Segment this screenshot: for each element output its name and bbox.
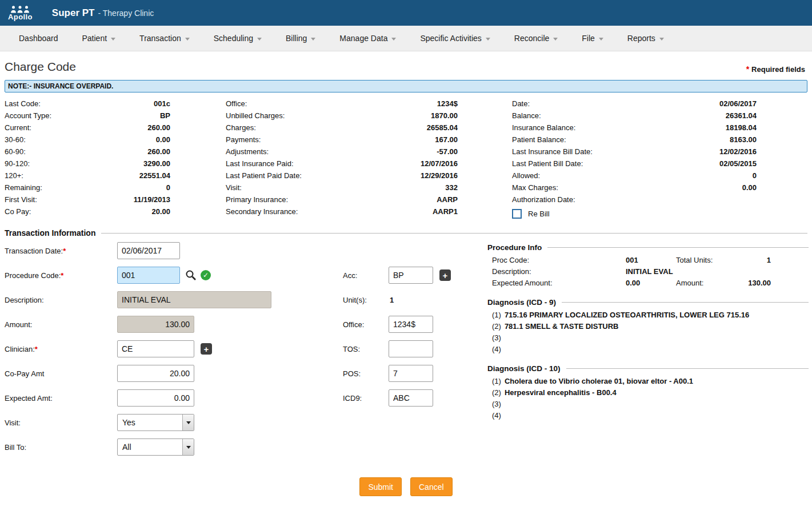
summary-value: 12/02/2016	[719, 146, 757, 158]
apollo-logo[interactable]: Apollo	[8, 6, 33, 21]
chevron-down-icon	[486, 38, 490, 41]
diagnosis-item: (2) Herpesviral encephalitis - B00.4	[492, 387, 809, 399]
clinician-input[interactable]	[117, 340, 194, 357]
cancel-button[interactable]: Cancel	[410, 477, 453, 496]
expected-amount-value: 0.00	[626, 277, 676, 289]
nav-billing[interactable]: Billing	[274, 26, 327, 51]
valid-check-icon: ✓	[201, 270, 211, 280]
summary-row: Remaining: 0	[5, 182, 170, 194]
procedure-info-heading: Procedure Info	[487, 243, 809, 252]
nav-transaction[interactable]: Transaction	[127, 26, 202, 51]
add-acc-button[interactable]: +	[439, 269, 451, 281]
diagnosis-item: (3)	[492, 399, 809, 410]
tos-input[interactable]	[389, 340, 433, 357]
bill-to-select[interactable]: All	[117, 438, 194, 456]
summary-row: Last Insurance Bill Date: 12/02/2016	[512, 146, 757, 158]
diagnosis-item: (1) 715.16 PRIMARY LOCALIZED OSTEOARTHRI…	[492, 309, 809, 321]
summary-label: Office:	[226, 98, 247, 110]
summary-row: Primary Insurance: AARP	[226, 194, 458, 206]
summary-label: Adjustments:	[226, 146, 269, 158]
summary-row: Last Insurance Paid: 12/07/2016	[226, 158, 458, 170]
units-row: Unit(s): 1	[343, 291, 451, 308]
transaction-date-input[interactable]	[117, 242, 180, 259]
app-name: Super PT	[52, 7, 95, 19]
summary-row: Secondary Insurance: AARP1	[226, 206, 458, 218]
form-actions: Submit Cancel	[0, 477, 812, 496]
nav-label: Scheduling	[214, 34, 253, 43]
summary-column-2: Office: 1234$ Unbilled Charges: 1870.00 …	[226, 98, 458, 221]
heading-rule	[547, 247, 809, 248]
add-clinician-button[interactable]: +	[201, 343, 212, 355]
panel-title: Procedure Info	[487, 243, 542, 252]
copay-label: Co-Pay Amt	[5, 369, 117, 378]
summary-value: AARP	[437, 194, 458, 206]
logo-text: Apollo	[8, 13, 33, 21]
rebill-label: Re Bill	[528, 210, 550, 218]
summary-row: Office: 1234$	[226, 98, 458, 110]
summary-value: 20.00	[151, 206, 170, 218]
pos-label: POS:	[343, 369, 389, 378]
required-star: *	[35, 345, 38, 353]
summary-value: 26585.04	[427, 122, 458, 134]
summary-column-1: Last Code: 001c Account Type: BP Current…	[5, 98, 170, 221]
visit-label: Visit:	[5, 419, 117, 427]
icd9-input[interactable]	[389, 389, 433, 407]
nav-patient[interactable]: Patient	[70, 26, 128, 51]
nav-scheduling[interactable]: Scheduling	[202, 26, 274, 51]
chevron-down-icon	[311, 38, 315, 41]
summary-value: 0.00	[742, 182, 757, 194]
procedure-info-grid: Proc Code: 001 Total Units: 1 Descriptio…	[487, 255, 809, 289]
office-input[interactable]	[389, 316, 433, 333]
app-title: Super PT - Therapy Clinic	[52, 7, 154, 19]
rebill-checkbox[interactable]	[512, 209, 522, 219]
summary-value: 18198.04	[726, 122, 757, 134]
nav-reports[interactable]: Reports	[615, 26, 676, 51]
nav-reconcile[interactable]: Reconcile	[502, 26, 570, 51]
summary-row: Max Charges: 0.00	[512, 182, 757, 194]
diagnosis-item: (4)	[492, 410, 809, 421]
amount-row: Amount:	[5, 316, 271, 333]
main-nav: Dashboard Patient Transaction Scheduling…	[0, 26, 812, 51]
search-icon[interactable]	[185, 269, 197, 281]
summary-row: Visit: 332	[226, 182, 458, 194]
diagnosis-number: (1)	[492, 376, 501, 387]
charge-code-page: Apollo Super PT - Therapy Clinic Dashboa…	[0, 0, 812, 511]
summary-label: Visit:	[226, 182, 242, 194]
summary-value: 02/06/2017	[719, 98, 757, 110]
expected-amount-label: Expected Amount:	[492, 277, 626, 289]
copay-input[interactable]	[117, 365, 194, 382]
clinician-row: Clinician:* +	[5, 340, 271, 357]
summary-value: 22551.04	[139, 170, 170, 182]
summary-row: Balance: 26361.04	[512, 110, 757, 122]
procedure-code-label: Procedure Code:*	[5, 271, 117, 280]
summary-value: -57.00	[437, 146, 458, 158]
amount-label: Amount:	[5, 320, 117, 329]
summary-label: Unbilled Charges:	[226, 110, 285, 122]
office-label: Office:	[343, 320, 389, 329]
proc-amount-label: Amount:	[676, 277, 739, 289]
nav-file[interactable]: File	[570, 26, 615, 51]
nav-dashboard[interactable]: Dashboard	[7, 26, 70, 51]
diagnosis-item: (4)	[492, 344, 809, 355]
summary-row: Last Code: 001c	[5, 98, 170, 110]
summary-row: Current: 260.00	[5, 122, 170, 134]
submit-button[interactable]: Submit	[359, 477, 402, 496]
summary-label: 30-60:	[5, 134, 26, 146]
visit-row: Visit: Yes	[5, 414, 271, 431]
nav-manage-data[interactable]: Manage Data	[327, 26, 408, 51]
summary-label: Current:	[5, 122, 31, 134]
nav-label: Specific Activities	[420, 34, 481, 43]
form-left-column: Transaction Date:* Procedure Code:* ✓ De…	[5, 242, 271, 463]
transaction-info-heading: Transaction Information	[5, 228, 807, 238]
visit-select[interactable]: Yes	[117, 414, 194, 431]
diagnosis-number: (3)	[492, 332, 501, 344]
diagnosis-text: 781.1 SMELL & TASTE DISTURB	[505, 321, 619, 332]
diagnosis-number: (3)	[492, 399, 501, 410]
procedure-code-input[interactable]	[117, 267, 180, 284]
nav-specific-activities[interactable]: Specific Activities	[408, 26, 502, 51]
pos-input[interactable]	[389, 365, 433, 382]
expected-amt-input[interactable]	[117, 389, 194, 407]
rebill-row: Re Bill	[512, 207, 757, 221]
total-units-label: Total Units:	[676, 255, 739, 266]
acc-input[interactable]	[389, 267, 433, 284]
